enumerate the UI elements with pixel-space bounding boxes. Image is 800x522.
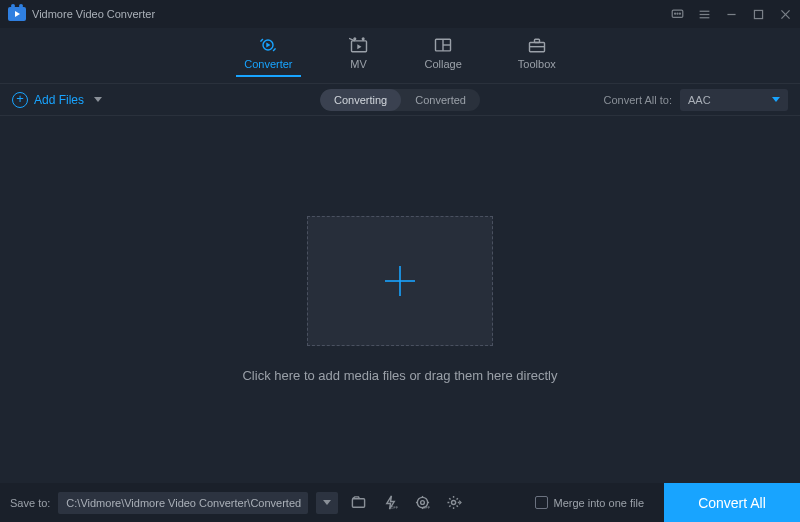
plus-icon	[377, 258, 423, 304]
titlebar: Vidmore Video Converter	[0, 0, 800, 28]
subtab-converted[interactable]: Converted	[401, 89, 480, 111]
titlebar-left: Vidmore Video Converter	[8, 7, 155, 21]
feedback-icon[interactable]	[671, 8, 684, 21]
svg-point-36	[451, 500, 455, 504]
app-title: Vidmore Video Converter	[32, 8, 155, 20]
convert-all-to: Convert All to: AAC	[604, 89, 788, 111]
drop-hint: Click here to add media files or drag th…	[242, 368, 557, 383]
svg-rect-8	[754, 10, 762, 18]
svg-point-1	[675, 13, 676, 14]
minimize-icon[interactable]	[725, 8, 738, 21]
open-folder-button[interactable]	[346, 492, 370, 514]
tab-label: MV	[350, 58, 367, 70]
chevron-down-icon	[772, 97, 780, 102]
svg-marker-12	[267, 42, 271, 47]
hardware-accel-button[interactable]: OFF	[378, 492, 402, 514]
high-speed-button[interactable]: OFF	[410, 492, 434, 514]
svg-text:OFF: OFF	[390, 506, 398, 510]
bottombar: Save to: C:\Vidmore\Vidmore Video Conver…	[0, 483, 800, 522]
save-path-dropdown[interactable]	[316, 492, 338, 514]
merge-checkbox[interactable]: Merge into one file	[535, 496, 645, 509]
svg-point-16	[354, 37, 356, 39]
svg-point-30	[420, 501, 424, 505]
format-select[interactable]: AAC	[680, 89, 788, 111]
tab-label: Toolbox	[518, 58, 556, 70]
svg-rect-27	[352, 499, 364, 507]
dropzone-add-media[interactable]	[307, 216, 493, 346]
chevron-down-icon	[94, 97, 102, 102]
convert-all-button[interactable]: Convert All	[664, 483, 800, 522]
status-subtabs: Converting Converted	[320, 89, 480, 111]
svg-point-2	[677, 13, 678, 14]
close-icon[interactable]	[779, 8, 792, 21]
convert-all-to-label: Convert All to:	[604, 94, 672, 106]
settings-button[interactable]	[442, 492, 466, 514]
svg-text:OFF: OFF	[422, 506, 430, 510]
merge-label: Merge into one file	[554, 497, 645, 509]
save-path-field[interactable]: C:\Vidmore\Vidmore Video Converter\Conve…	[58, 492, 308, 514]
format-value: AAC	[688, 94, 711, 106]
menu-icon[interactable]	[698, 8, 711, 21]
subbar: Add Files Converting Converted Convert A…	[0, 84, 800, 116]
add-files-label: Add Files	[34, 93, 84, 107]
save-to-label: Save to:	[10, 497, 50, 509]
svg-rect-23	[534, 39, 539, 42]
subtab-converting[interactable]: Converting	[320, 89, 401, 111]
checkbox-icon	[535, 496, 548, 509]
svg-marker-18	[357, 44, 361, 49]
svg-point-3	[679, 13, 680, 14]
main-area: Click here to add media files or drag th…	[0, 116, 800, 483]
tab-label: Converter	[244, 58, 292, 70]
tab-toolbox[interactable]: Toolbox	[518, 36, 556, 76]
titlebar-controls	[671, 8, 792, 21]
add-files-button[interactable]: Add Files	[12, 92, 102, 108]
tab-mv[interactable]: MV	[349, 36, 369, 76]
main-tabs: Converter MV Collage Toolbox	[0, 28, 800, 84]
tab-collage[interactable]: Collage	[425, 36, 462, 76]
tab-converter[interactable]: Converter	[244, 36, 292, 76]
maximize-icon[interactable]	[752, 8, 765, 21]
plus-circle-icon	[12, 92, 28, 108]
app-logo-icon	[8, 7, 26, 21]
tab-label: Collage	[425, 58, 462, 70]
